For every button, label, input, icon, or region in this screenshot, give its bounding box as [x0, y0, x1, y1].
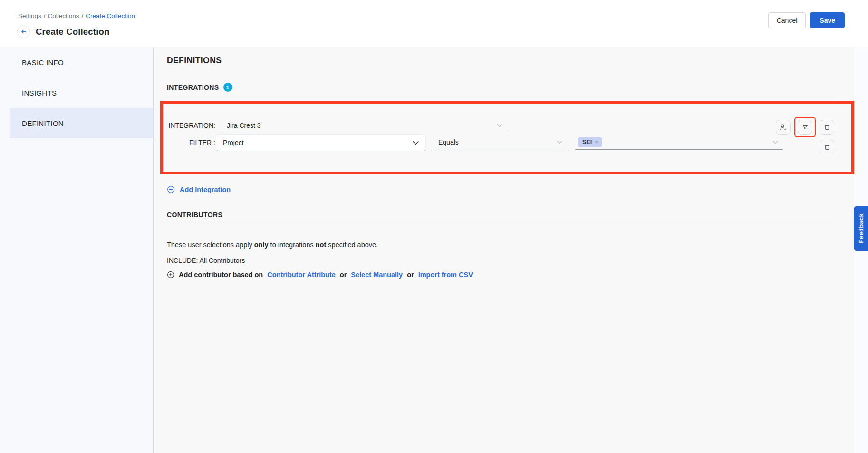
header-actions: Cancel Save: [768, 12, 845, 28]
integrations-count-badge: 1: [223, 83, 232, 92]
sidebar-item-definition[interactable]: DEFINITION: [10, 108, 153, 138]
add-contributor-row: Add contributor based on Contributor Att…: [167, 271, 868, 279]
back-button[interactable]: [17, 25, 30, 38]
create-collection-page: Settings/Collections/Create Collection C…: [0, 0, 868, 453]
conjunction: or: [340, 271, 347, 279]
contributors-note: These user selections apply only to inte…: [167, 241, 868, 249]
feedback-tab-label: Feedback: [858, 213, 865, 243]
conjunction: or: [407, 271, 414, 279]
contributors-label: CONTRIBUTORS: [167, 211, 222, 219]
breadcrumb-separator: /: [44, 12, 46, 19]
feedback-tab[interactable]: Feedback: [854, 206, 868, 251]
section-divider: [167, 96, 836, 96]
add-user-icon: [779, 123, 787, 131]
definitions-heading: DEFINITIONS: [167, 47, 868, 66]
integrations-label: INTEGRATIONS: [167, 84, 219, 91]
filter-row: FILTER : Project Equals: [163, 134, 851, 151]
chevron-down-icon: [772, 140, 778, 144]
trash-icon: [823, 124, 831, 131]
note-text: These user selections apply: [167, 241, 254, 249]
chevron-down-icon: [413, 141, 419, 145]
sidebar-item-basic-info[interactable]: BASIC INFO: [0, 47, 153, 77]
filter-values-select[interactable]: SEI ×: [575, 135, 783, 150]
note-text: to integrations: [269, 241, 316, 249]
add-integration-link[interactable]: Add Integration: [167, 185, 231, 193]
trash-icon: [823, 144, 831, 151]
filter-field-value: Project: [223, 139, 244, 146]
integrations-section-header: INTEGRATIONS 1: [167, 83, 868, 92]
section-divider: [167, 223, 836, 223]
page-title: Create Collection: [36, 27, 110, 37]
select-manually-link[interactable]: Select Manually: [351, 271, 403, 279]
integration-row: INTEGRATION: Jira Crest 3: [163, 119, 851, 133]
filter-field-label: FILTER :: [163, 139, 215, 146]
integration-field-label: INTEGRATION:: [163, 122, 215, 133]
note-bold: only: [254, 241, 269, 249]
note-text: specified above.: [326, 241, 378, 249]
close-icon[interactable]: ×: [595, 139, 598, 145]
sidebar-item-insights[interactable]: INSIGHTS: [0, 77, 153, 108]
import-from-csv-link[interactable]: Import from CSV: [418, 271, 473, 279]
chip-label: SEI: [582, 139, 592, 145]
contributors-section-header: CONTRIBUTORS: [167, 211, 868, 219]
filter-operator-value: Equals: [438, 138, 459, 146]
add-contributor-prefix: Add contributor based on: [179, 271, 263, 279]
filter-button[interactable]: [798, 120, 812, 135]
delete-filter-button[interactable]: [820, 140, 834, 154]
integration-row-highlight: INTEGRATION: Jira Crest 3 FILTER : Proje…: [160, 101, 854, 174]
plus-circle-icon: [167, 185, 175, 193]
back-arrow-icon: [20, 28, 27, 35]
chevron-down-icon: [497, 124, 502, 127]
save-button[interactable]: Save: [810, 12, 845, 28]
filter-button-highlight: [794, 117, 816, 137]
note-bold: not: [316, 241, 327, 249]
breadcrumb-settings[interactable]: Settings: [18, 12, 41, 19]
integration-select-value: Jira Crest 3: [227, 122, 261, 129]
integration-select[interactable]: Jira Crest 3: [221, 119, 507, 133]
integration-actions: [776, 120, 834, 135]
value-chip-sei: SEI ×: [578, 137, 602, 147]
page-header: Settings/Collections/Create Collection C…: [0, 0, 868, 47]
breadcrumb: Settings/Collections/Create Collection: [18, 12, 135, 19]
manage-contributors-button[interactable]: [776, 120, 791, 135]
contributor-attribute-link[interactable]: Contributor Attribute: [267, 271, 336, 279]
include-line: INCLUDE: All Contributors: [167, 257, 868, 264]
title-row: Create Collection: [17, 25, 110, 38]
filter-field-select[interactable]: Project: [216, 134, 426, 151]
filter-operator-select[interactable]: Equals: [433, 135, 567, 150]
breadcrumb-separator: /: [82, 12, 84, 19]
breadcrumb-current[interactable]: Create Collection: [86, 12, 135, 19]
filter-funnel-icon: [801, 124, 809, 131]
add-integration-label: Add Integration: [180, 186, 231, 193]
delete-integration-button[interactable]: [820, 120, 834, 135]
chevron-down-icon: [557, 140, 562, 144]
settings-sidebar: BASIC INFO INSIGHTS DEFINITION: [0, 47, 154, 453]
breadcrumb-collections[interactable]: Collections: [48, 12, 79, 19]
plus-circle-icon: [167, 271, 174, 279]
cancel-button[interactable]: Cancel: [768, 12, 806, 28]
main-content: DEFINITIONS INTEGRATIONS 1 INTEGRATION: …: [154, 47, 868, 453]
